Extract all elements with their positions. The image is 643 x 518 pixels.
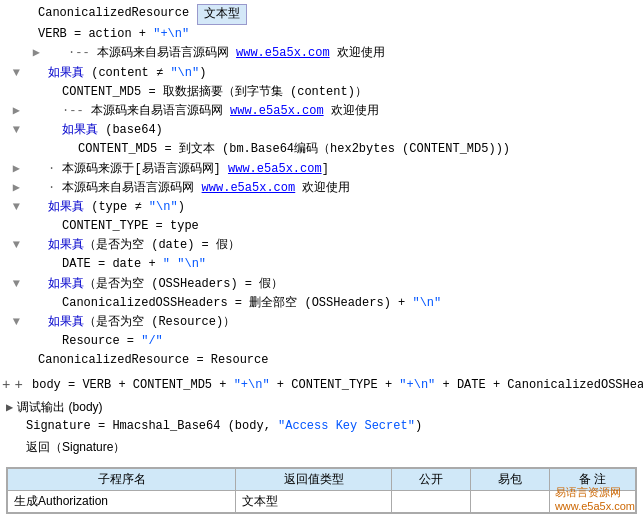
- gutter: ▼: [4, 64, 22, 83]
- gutter: ▼: [4, 121, 22, 140]
- cell-name: 生成Authorization: [8, 490, 236, 512]
- plus-right: +: [12, 377, 24, 393]
- gutter: ▼: [4, 275, 22, 294]
- code-line-verb: VERB = action + "+\n": [0, 25, 643, 44]
- cell-easypack: [470, 490, 549, 512]
- if-resource-line: ▼ 如果真（是否为空 (Resource)）: [0, 313, 643, 332]
- if-text: 如果真 (type ≠ "\n"): [38, 198, 185, 217]
- comment-text: · 本源码来自易语言源码网 www.e5a5x.com 欢迎使用: [38, 179, 350, 198]
- signature-line: Signature = Hmacshal_Base64 (body, "Acce…: [2, 416, 641, 438]
- watermark: 易语言资源网 www.e5a5x.com: [555, 485, 635, 512]
- gutter: ▶: [4, 102, 22, 121]
- cell-public: [392, 490, 471, 512]
- content-md5-base64-line: CONTENT_MD5 = 到文本 (bm.Base64编码（hex2bytes…: [0, 140, 643, 159]
- debug-section: ▶ 调试输出 (body) Signature = Hmacshal_Base6…: [0, 395, 643, 463]
- if-text: 如果真（是否为空 (OSSHeaders) = 假）: [38, 275, 283, 294]
- code-text: CanonicalizedOSSHeaders = 删全部空 (OSSHeade…: [38, 294, 441, 313]
- code-text: CanonicalizedResource = Resource: [38, 351, 268, 370]
- col-public: 公开: [392, 468, 471, 490]
- gutter: ▼: [4, 198, 22, 217]
- ossheaders-line: CanonicalizedOSSHeaders = 删全部空 (OSSHeade…: [0, 294, 643, 313]
- cell-returntype: 文本型: [236, 490, 392, 512]
- table-subroutine: 子程序名 返回值类型 公开 易包 备 注 生成Authorization 文本型: [6, 467, 637, 514]
- body-line-row: + + body = VERB + CONTENT_MD5 + "+\n" + …: [0, 375, 643, 395]
- link-3[interactable]: www.e5a5x.com: [228, 162, 322, 176]
- if-base64-line: ▼ 如果真 (base64): [0, 121, 643, 140]
- code-area: CanonicalizedResource 文本型 VERB = action …: [0, 0, 643, 375]
- if-content-line: ▼ 如果真 (content ≠ "\n"): [0, 64, 643, 83]
- comment-text: ·-- 本源码来自易语言源码网 www.e5a5x.com 欢迎使用: [38, 102, 379, 121]
- return-line: 返回（Signature）: [2, 437, 641, 459]
- if-ossheaders-line: ▼ 如果真（是否为空 (OSSHeaders) = 假）: [0, 275, 643, 294]
- if-text: 如果真 (content ≠ "\n"): [38, 64, 206, 83]
- gutter: ▼: [4, 313, 22, 332]
- code-text: CONTENT_TYPE = type: [38, 217, 199, 236]
- content-md5-line: CONTENT_MD5 = 取数据摘要（到字节集 (content)）: [0, 83, 643, 102]
- type-badge: 文本型: [197, 4, 247, 25]
- subroutine-table: 子程序名 返回值类型 公开 易包 备 注 生成Authorization 文本型: [7, 468, 636, 513]
- if-text: 如果真（是否为空 (Resource)）: [38, 313, 235, 332]
- table-row: 生成Authorization 文本型: [8, 490, 636, 512]
- return-text: 返回（Signature）: [26, 440, 125, 454]
- comment-line-1: ▶ ·-- 本源码来自易语言源码网 www.e5a5x.com 欢迎使用: [0, 44, 643, 63]
- link-2[interactable]: www.e5a5x.com: [230, 104, 324, 118]
- comment-text: · 本源码来源于[易语言源码网] www.e5a5x.com]: [38, 160, 329, 179]
- code-text: CONTENT_MD5 = 取数据摘要（到字节集 (content)）: [38, 83, 367, 102]
- if-date-line: ▼ 如果真（是否为空 (date) = 假）: [0, 236, 643, 255]
- code-text: DATE = date + " "\n": [38, 255, 206, 274]
- content-type-line: CONTENT_TYPE = type: [0, 217, 643, 236]
- link-1[interactable]: www.e5a5x.com: [236, 46, 330, 60]
- debug-arrow[interactable]: ▶: [6, 400, 13, 415]
- gutter: ▶: [24, 44, 42, 63]
- plus-left: +: [0, 377, 12, 393]
- var-name: CanonicalizedResource: [38, 4, 189, 23]
- comment-line-2: ▶ ·-- 本源码来自易语言源码网 www.e5a5x.com 欢迎使用: [0, 102, 643, 121]
- body-code: body = VERB + CONTENT_MD5 + "+\n" + CONT…: [25, 378, 643, 392]
- date-line: DATE = date + " "\n": [0, 255, 643, 274]
- resource-line: Resource = "/": [0, 332, 643, 351]
- col-returntype: 返回值类型: [236, 468, 392, 490]
- gutter: ▶: [4, 179, 22, 198]
- if-text: 如果真 (base64): [38, 121, 163, 140]
- debug-header: ▶ 调试输出 (body): [2, 399, 641, 416]
- link-4[interactable]: www.e5a5x.com: [202, 181, 296, 195]
- comment-line-3: ▶ · 本源码来源于[易语言源码网] www.e5a5x.com]: [0, 160, 643, 179]
- code-text: CONTENT_MD5 = 到文本 (bm.Base64编码（hex2bytes…: [38, 140, 510, 159]
- code-text: VERB = action + "+\n": [38, 25, 189, 44]
- gutter: ▶: [4, 160, 22, 179]
- watermark-url: www.e5a5x.com: [555, 500, 635, 512]
- code-text: Resource = "/": [38, 332, 163, 351]
- comment-line-4: ▶ · 本源码来自易语言源码网 www.e5a5x.com 欢迎使用: [0, 179, 643, 198]
- canonicalized-resource-line: CanonicalizedResource = Resource: [0, 351, 643, 370]
- if-type-line: ▼ 如果真 (type ≠ "\n"): [0, 198, 643, 217]
- code-line-vartype: CanonicalizedResource 文本型: [0, 4, 643, 25]
- comment-text: ·-- 本源码来自易语言源码网 www.e5a5x.com 欢迎使用: [58, 44, 385, 63]
- col-easypack: 易包: [470, 468, 549, 490]
- col-name: 子程序名: [8, 468, 236, 490]
- gutter: ▼: [4, 236, 22, 255]
- if-text: 如果真（是否为空 (date) = 假）: [38, 236, 240, 255]
- debug-label: 调试输出 (body): [17, 399, 102, 416]
